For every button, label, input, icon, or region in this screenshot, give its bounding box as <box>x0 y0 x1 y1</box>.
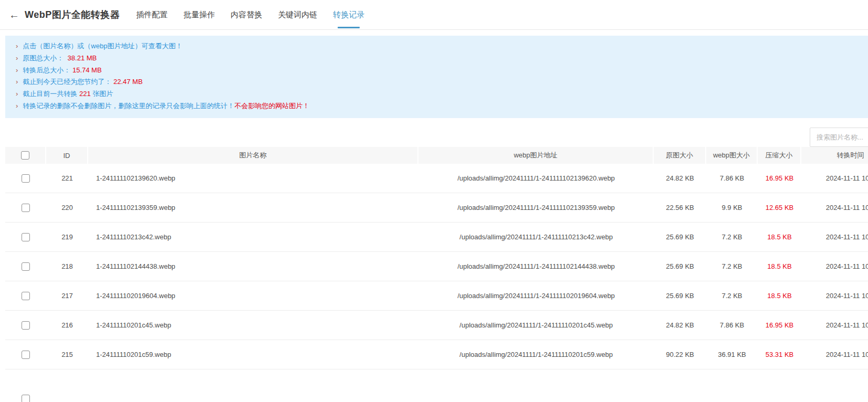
bullet-icon: › <box>16 40 18 52</box>
bullet-icon: › <box>16 76 18 88</box>
row-convert-time: 2024-11-11 10:2 <box>801 262 868 270</box>
row-id: 219 <box>46 233 88 241</box>
header-compressed-size: 压缩大小 <box>758 147 801 164</box>
row-webp-url[interactable]: /uploads/allimg/20241111/1-24111110201c4… <box>419 321 654 329</box>
table-row: 215 1-24111110201c59.webp /uploads/allim… <box>5 340 868 369</box>
row-webp-url[interactable]: /uploads/allimg/20241111/1-24111110213c4… <box>419 233 654 241</box>
conversion-records-table: ID 图片名称 webp图片地址 原图大小 webp图大小 压缩大小 转换时间 … <box>5 147 868 402</box>
row-image-name[interactable]: 1-24111110213c42.webp <box>88 233 419 241</box>
tab-label: 转换记录 <box>333 10 364 20</box>
tab-plugin-config[interactable]: 插件配置 <box>135 0 168 29</box>
row-compressed-size: 16.95 KB <box>758 174 801 182</box>
row-webp-size: 9.9 KB <box>706 204 758 211</box>
row-original-size: 25.69 KB <box>654 292 706 300</box>
row-original-size: 24.82 KB <box>654 321 706 329</box>
table-row: 218 1-241111102144438.webp /uploads/alli… <box>5 252 868 281</box>
row-id: 216 <box>46 321 88 329</box>
row-checkbox[interactable] <box>22 351 30 359</box>
checkbox-cell <box>5 262 46 271</box>
row-image-name[interactable]: 1-241111102144438.webp <box>88 262 419 270</box>
tab-convert-records[interactable]: 转换记录 <box>332 0 365 29</box>
table-row: 217 1-241111102019604.webp /uploads/alli… <box>5 281 868 311</box>
row-checkbox[interactable] <box>22 321 30 330</box>
notice-line: › 转换记录的删除不会删除图片，删除这里的记录只会影响上面的统计！不会影响您的网… <box>16 100 857 112</box>
row-webp-url[interactable]: /uploads/allimg/20241111/1-2411111020196… <box>419 292 654 300</box>
page-title: WebP图片全能转换器 <box>25 8 120 21</box>
row-id: 215 <box>46 351 88 358</box>
row-id: 218 <box>46 262 88 270</box>
row-convert-time: 2024-11-11 10:2 <box>801 233 868 241</box>
notice-highlight: 22.47 MB <box>113 76 143 88</box>
search-area <box>810 128 868 147</box>
checkbox-cell <box>5 233 46 241</box>
notice-text: 转换记录的删除不会删除图片，删除这里的记录只会影响上面的统计！ <box>23 100 234 112</box>
row-webp-url[interactable]: /uploads/allimg/20241111/1-2411111021393… <box>419 204 654 211</box>
row-original-size: 24.82 KB <box>654 174 706 182</box>
notice-line: › 截止到今天已经为您节约了： 22.47 MB <box>16 76 857 88</box>
checkbox-cell <box>5 292 46 300</box>
row-webp-size: 7.2 KB <box>706 262 758 270</box>
notice-line: › 转换后总大小： 15.74 MB <box>16 65 857 77</box>
tab-content-replace[interactable]: 内容替换 <box>230 0 263 29</box>
tab-label: 批量操作 <box>183 10 215 20</box>
notice-text: 点击（图片名称）或（webp图片地址）可查看大图！ <box>23 40 182 52</box>
notice-highlight: 221 <box>79 88 91 100</box>
row-webp-url[interactable]: /uploads/allimg/20241111/1-24111110201c5… <box>419 351 654 358</box>
header-image-name: 图片名称 <box>88 147 419 164</box>
row-webp-size: 7.86 KB <box>706 321 758 329</box>
row-checkbox[interactable] <box>22 174 30 183</box>
row-webp-url[interactable]: /uploads/allimg/20241111/1-2411111021444… <box>419 262 654 270</box>
header-original-size: 原图大小 <box>654 147 706 164</box>
row-original-size: 22.56 KB <box>654 204 706 211</box>
tab-batch-operations[interactable]: 批量操作 <box>183 0 215 29</box>
row-checkbox[interactable] <box>22 292 30 300</box>
tab-label: 插件配置 <box>136 10 168 20</box>
notice-text: 原图总大小： <box>23 52 67 65</box>
back-arrow-icon[interactable]: ← <box>9 9 19 20</box>
table-row: 220 1-241111102139359.webp /uploads/alli… <box>5 193 868 223</box>
row-image-name[interactable]: 1-24111110201c45.webp <box>88 321 419 329</box>
row-convert-time: 2024-11-11 10:2 <box>801 351 868 358</box>
row-webp-size: 7.86 KB <box>706 174 758 182</box>
stats-notice-box: › 点击（图片名称）或（webp图片地址）可查看大图！ › 原图总大小： 38.… <box>5 36 868 118</box>
row-compressed-size: 18.5 KB <box>758 233 801 241</box>
row-webp-size: 7.2 KB <box>706 233 758 241</box>
header-webp-url: webp图片地址 <box>419 147 654 164</box>
notice-highlight: 不会影响您的网站图片！ <box>234 100 309 112</box>
row-image-name[interactable]: 1-241111102019604.webp <box>88 292 419 300</box>
header-webp-size: webp图大小 <box>706 147 758 164</box>
row-compressed-size: 16.95 KB <box>758 321 801 329</box>
row-checkbox[interactable] <box>22 395 30 402</box>
top-bar: ← WebP图片全能转换器 插件配置 批量操作 内容替换 关键词内链 转换记录 <box>0 0 868 30</box>
tab-bar: 插件配置 批量操作 内容替换 关键词内链 转换记录 <box>135 0 380 29</box>
table-header-row: ID 图片名称 webp图片地址 原图大小 webp图大小 压缩大小 转换时间 <box>5 147 868 164</box>
row-convert-time: 2024-11-11 10:2 <box>801 204 868 211</box>
row-webp-size: 7.2 KB <box>706 292 758 300</box>
row-image-name[interactable]: 1-24111110201c59.webp <box>88 351 419 358</box>
notice-line: › 原图总大小： 38.21 MB <box>16 52 857 65</box>
row-checkbox[interactable] <box>22 233 30 241</box>
row-compressed-size: 12.65 KB <box>758 204 801 211</box>
notice-text: 截止到今天已经为您节约了： <box>23 76 113 88</box>
row-original-size: 25.69 KB <box>654 233 706 241</box>
notice-line: › 截止目前一共转换 221 张图片 <box>16 88 857 100</box>
search-input[interactable] <box>810 128 868 147</box>
row-id: 221 <box>46 174 88 182</box>
notice-text: 截止目前一共转换 <box>23 88 79 100</box>
row-image-name[interactable]: 1-241111102139359.webp <box>88 204 419 211</box>
table-row: 221 1-241111102139620.webp /uploads/alli… <box>5 164 868 193</box>
tab-label: 内容替换 <box>231 10 262 20</box>
row-checkbox[interactable] <box>22 262 30 271</box>
checkbox-cell <box>5 204 46 212</box>
bullet-icon: › <box>16 88 18 100</box>
tab-keyword-links[interactable]: 关键词内链 <box>277 0 318 29</box>
row-webp-url[interactable]: /uploads/allimg/20241111/1-2411111021396… <box>419 174 654 182</box>
row-original-size: 90.22 KB <box>654 351 706 358</box>
select-all-checkbox[interactable] <box>21 151 29 160</box>
row-checkbox[interactable] <box>22 204 30 212</box>
table-row: 216 1-24111110201c45.webp /uploads/allim… <box>5 311 868 340</box>
row-image-name[interactable]: 1-241111102139620.webp <box>88 174 419 182</box>
notice-line: › 点击（图片名称）或（webp图片地址）可查看大图！ <box>16 40 857 52</box>
notice-text: 转换后总大小： <box>23 65 72 77</box>
row-id: 217 <box>46 292 88 300</box>
